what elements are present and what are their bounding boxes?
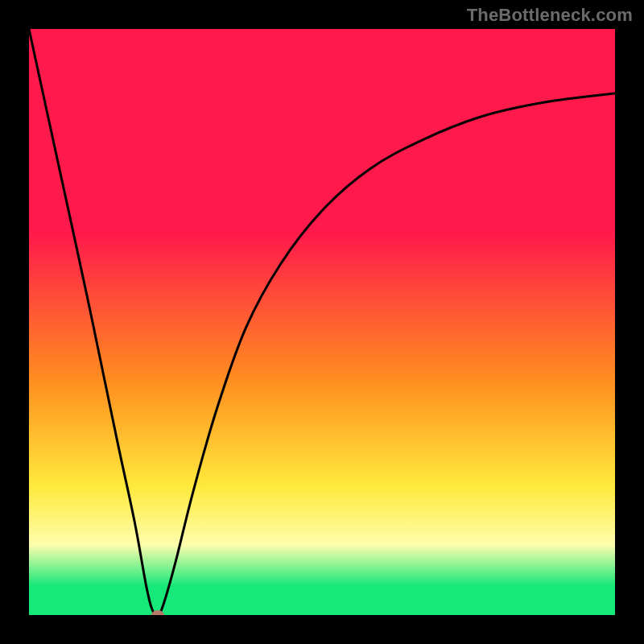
watermark-text: TheBottleneck.com xyxy=(467,5,633,26)
plot-area xyxy=(29,29,615,615)
bottleneck-curve xyxy=(29,29,615,615)
minimum-marker xyxy=(151,610,164,615)
chart-frame: TheBottleneck.com xyxy=(0,0,644,644)
